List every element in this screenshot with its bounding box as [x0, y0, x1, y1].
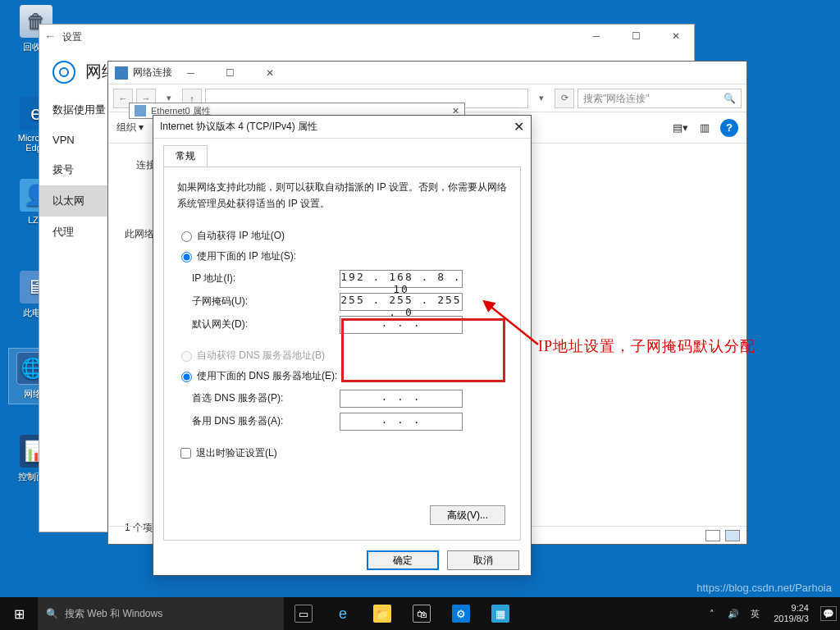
- taskbar-settings[interactable]: ⚙: [441, 597, 481, 630]
- tab-general-body: 如果网络支持此功能，则可以获取自动指派的 IP 设置。否则，你需要从网络系统管理…: [163, 167, 521, 541]
- subnet-mask-label: 子网掩码(U):: [192, 294, 340, 308]
- validate-checkbox-row[interactable]: 退出时验证设置(L): [177, 445, 507, 461]
- advanced-button[interactable]: 高级(V)...: [430, 505, 505, 525]
- help-icon[interactable]: ?: [720, 119, 738, 137]
- radio-auto-dns: 自动获得 DNS 服务器地址(B): [177, 349, 507, 363]
- tray-volume-icon[interactable]: 🔊: [726, 606, 741, 621]
- ip-group: 自动获得 IP 地址(O) 使用下面的 IP 地址(S): IP 地址(I): …: [177, 229, 507, 334]
- gear-icon: [52, 61, 75, 84]
- gateway-input[interactable]: . . .: [340, 316, 463, 334]
- settings-title: 设置: [62, 30, 82, 44]
- action-center-icon[interactable]: 💬: [820, 606, 837, 621]
- dns2-input[interactable]: . . .: [340, 413, 463, 431]
- minimize-button[interactable]: ─: [172, 62, 209, 84]
- close-button[interactable]: ✕: [252, 62, 289, 84]
- watermark: https://blog.csdn.net/Parhoia: [696, 582, 832, 594]
- ipv4-titlebar[interactable]: Internet 协议版本 4 (TCP/IPv4) 属性 ✕: [153, 116, 531, 139]
- dns-group: 自动获得 DNS 服务器地址(B) 使用下面的 DNS 服务器地址(E): 首选…: [177, 349, 507, 431]
- ok-button[interactable]: 确定: [367, 550, 439, 570]
- view-large-icons-icon[interactable]: [725, 530, 740, 541]
- start-button[interactable]: ⊞: [0, 597, 38, 630]
- subnet-mask-input[interactable]: 255 . 255 . 255 . 0: [340, 293, 463, 311]
- close-button[interactable]: ✕: [657, 25, 694, 48]
- validate-checkbox[interactable]: [180, 448, 191, 459]
- taskbar-search-placeholder: 搜索 Web 和 Windows: [65, 607, 162, 621]
- clock-time: 9:24: [774, 603, 809, 614]
- radio-manual-dns-label: 使用下面的 DNS 服务器地址(E):: [197, 369, 337, 383]
- ipv4-properties-dialog: Internet 协议版本 4 (TCP/IPv4) 属性 ✕ 常规 如果网络支…: [153, 115, 532, 576]
- minimize-button[interactable]: ─: [578, 25, 614, 48]
- radio-auto-ip-label: 自动获得 IP 地址(O): [197, 229, 285, 243]
- radio-auto-ip-input[interactable]: [181, 231, 192, 242]
- taskbar-explorer[interactable]: 📁: [363, 597, 402, 630]
- radio-manual-ip-input[interactable]: [181, 252, 192, 262]
- adapter-icon: [135, 105, 146, 116]
- taskbar: ⊞ 🔍 搜索 Web 和 Windows ▭ e 📁 🛍 ⚙ ▦ ˄ 🔊 英 9…: [0, 597, 840, 630]
- netconn-titlebar[interactable]: 网络连接 ─ ☐ ✕: [108, 62, 746, 84]
- tray-ime-icon[interactable]: 英: [747, 606, 762, 621]
- radio-auto-dns-input: [181, 351, 192, 362]
- clock-date: 2019/8/3: [774, 614, 809, 624]
- close-icon[interactable]: ✕: [514, 119, 524, 135]
- taskbar-store[interactable]: 🛍: [402, 597, 441, 630]
- radio-auto-ip[interactable]: 自动获得 IP 地址(O): [177, 229, 507, 243]
- validate-label: 退出时验证设置(L): [196, 446, 277, 460]
- tray-up-icon[interactable]: ˄: [705, 606, 719, 621]
- annotation-text: IP地址设置，子网掩码默认分配: [538, 336, 756, 356]
- system-tray: ˄ 🔊 英 9:24 2019/8/3 💬: [705, 597, 840, 630]
- intro-text: 如果网络支持此功能，则可以获取自动指派的 IP 设置。否则，你需要从网络系统管理…: [177, 179, 507, 212]
- netconn-title: 网络连接: [133, 66, 172, 80]
- search-icon: 🔍: [46, 608, 58, 619]
- radio-manual-ip-label: 使用下面的 IP 地址(S):: [197, 249, 296, 263]
- dns2-label: 备用 DNS 服务器(A):: [192, 414, 340, 428]
- tab-general[interactable]: 常规: [163, 145, 208, 167]
- task-view-button[interactable]: ▭: [284, 597, 323, 630]
- view-options-icon[interactable]: ▤▾: [671, 119, 689, 137]
- search-placeholder: 搜索"网络连接": [583, 89, 650, 107]
- taskbar-edge[interactable]: e: [323, 597, 363, 630]
- search-icon: 🔍: [724, 89, 736, 107]
- preview-pane-icon[interactable]: ▥: [696, 119, 714, 137]
- radio-manual-dns-input[interactable]: [181, 372, 192, 382]
- refresh-button[interactable]: ⟳: [555, 89, 574, 108]
- network-window-icon: [115, 66, 128, 80]
- radio-manual-dns[interactable]: 使用下面的 DNS 服务器地址(E):: [177, 369, 507, 383]
- path-dropdown-icon[interactable]: ▾: [532, 89, 551, 108]
- ip-address-label: IP 地址(I):: [192, 272, 340, 285]
- view-details-icon[interactable]: [705, 530, 720, 541]
- dns1-input[interactable]: . . .: [340, 390, 463, 408]
- gateway-label: 默认网关(D):: [192, 317, 340, 331]
- radio-manual-ip[interactable]: 使用下面的 IP 地址(S):: [177, 249, 507, 263]
- search-box[interactable]: 搜索"网络连接" 🔍: [578, 89, 742, 108]
- maximize-button[interactable]: ☐: [618, 25, 655, 48]
- taskbar-clock[interactable]: 9:24 2019/8/3: [769, 603, 814, 624]
- dialog-button-row: 确定 取消: [153, 550, 531, 580]
- maximize-button[interactable]: ☐: [212, 62, 249, 84]
- back-icon[interactable]: ←: [44, 30, 56, 43]
- ip-address-input[interactable]: 192 . 168 . 8 . 10: [340, 270, 463, 288]
- taskbar-search[interactable]: 🔍 搜索 Web 和 Windows: [38, 597, 284, 630]
- taskbar-network-connections[interactable]: ▦: [481, 597, 520, 630]
- cancel-button[interactable]: 取消: [447, 550, 519, 570]
- cmd-organize[interactable]: 组织 ▾: [116, 121, 144, 135]
- label-this-net: 此网络: [125, 227, 154, 241]
- tab-strip: 常规: [163, 145, 521, 167]
- radio-auto-dns-label: 自动获得 DNS 服务器地址(B): [197, 349, 325, 363]
- dns1-label: 首选 DNS 服务器(P):: [192, 391, 340, 405]
- settings-titlebar[interactable]: ← 设置 ─ ☐ ✕: [39, 25, 694, 49]
- ipv4-title: Internet 协议版本 4 (TCP/IPv4) 属性: [160, 120, 317, 134]
